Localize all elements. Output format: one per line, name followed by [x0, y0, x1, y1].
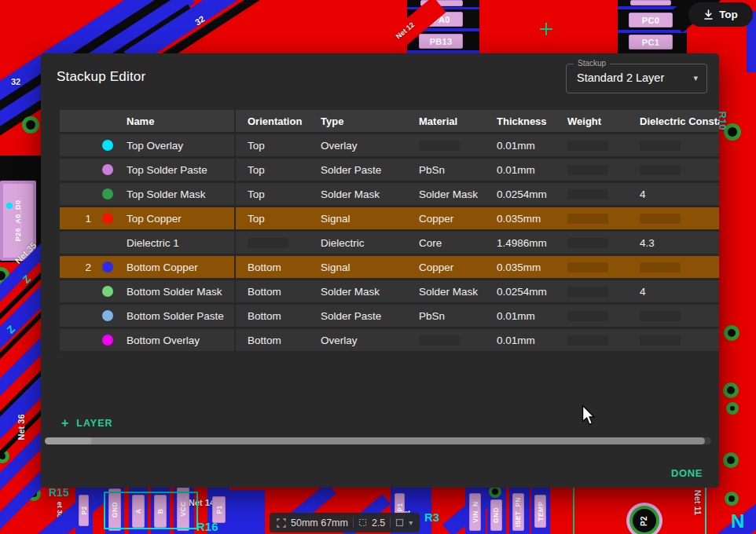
pad-vin[interactable]: VIN_N	[469, 493, 481, 531]
cell-orientation	[236, 232, 321, 254]
table-row[interactable]: Dielectric 1 Dielectric Core 1.4986mm 4.…	[60, 232, 719, 256]
table-row[interactable]: Top Solder Paste Top Solder Paste PbSn 0…	[60, 159, 719, 183]
add-layer-button[interactable]: + LAYER	[61, 415, 113, 432]
plus-icon: +	[61, 417, 69, 430]
cell-orientation: Bottom	[236, 329, 321, 351]
cell-material: PbSn	[419, 305, 497, 327]
cell-dielectric-constant: 4	[640, 280, 719, 302]
cell-weight	[567, 183, 640, 205]
cell-orientation: Bottom	[236, 305, 321, 327]
scrollbar-thumb[interactable]	[45, 437, 705, 444]
pad-pc1[interactable]: PC1	[629, 35, 673, 49]
table-row[interactable]: Top Solder Mask Top Solder Mask Solder M…	[60, 183, 719, 207]
silkscreen-label: N	[731, 510, 744, 532]
layer-color-swatch[interactable]	[98, 134, 116, 156]
table-row[interactable]: Bottom Solder Paste Bottom Solder Paste …	[60, 305, 719, 329]
done-button[interactable]: DONE	[671, 467, 703, 479]
cell-type: Solder Paste	[321, 159, 419, 181]
col-thickness: Thickness	[497, 110, 567, 132]
table-row[interactable]: Top Overlay Top Overlay 0.01mm	[60, 134, 719, 159]
via[interactable]	[723, 382, 739, 398]
add-layer-label: LAYER	[76, 418, 112, 429]
cell-type: Signal	[321, 256, 419, 278]
table-row-selected[interactable]: 2 Bottom Copper Bottom Signal Copper 0.0…	[60, 256, 719, 280]
layer-color-swatch[interactable]	[98, 207, 116, 229]
layer-color-swatch[interactable]	[98, 159, 116, 181]
pad-p2[interactable]: P2	[79, 495, 89, 526]
layer-color-swatch[interactable]	[98, 256, 116, 278]
via[interactable]	[723, 452, 739, 468]
square-icon[interactable]	[395, 518, 404, 527]
chevron-down-icon[interactable]: ▾	[409, 518, 413, 527]
layer-color-swatch[interactable]	[98, 183, 116, 205]
frame-corners-icon	[277, 518, 286, 528]
cell-material: PbSn	[419, 159, 497, 181]
cell-type: Solder Paste	[321, 305, 419, 327]
cell-dielectric-constant	[640, 159, 719, 181]
layer-color-swatch[interactable]	[98, 329, 116, 351]
dashed-square-icon[interactable]	[358, 518, 367, 527]
layer-number	[60, 183, 98, 205]
layer-color-dot	[102, 310, 113, 321]
layer-number	[60, 159, 98, 181]
layer-number	[60, 134, 98, 156]
cell-dielectric-constant	[640, 134, 719, 156]
divider	[353, 518, 354, 528]
layer-name: Bottom Copper	[116, 256, 236, 278]
net-label: Net 11	[693, 490, 703, 515]
pad-pb13[interactable]: PB13	[419, 34, 463, 49]
stackup-select-label: Stackup	[574, 59, 610, 68]
pad-label: PB13	[430, 37, 453, 46]
pad-p1[interactable]: P1	[212, 496, 226, 523]
pad-gnd[interactable]: GND	[490, 499, 502, 531]
cell-orientation: Bottom	[236, 280, 321, 302]
layer-color-dot	[102, 164, 113, 175]
cell-orientation: Top	[236, 134, 321, 156]
cell-orientation: Top	[236, 207, 321, 229]
layer-number	[60, 232, 98, 254]
table-row[interactable]: Bottom Solder Mask Bottom Solder Mask So…	[60, 280, 719, 305]
layer-name: Bottom Overlay	[116, 329, 236, 351]
cell-material: Solder Mask	[419, 183, 497, 205]
pad-label: GND	[493, 507, 501, 523]
stackup-select-value: Standard 2 Layer	[577, 71, 664, 84]
cell-thickness: 0.01mm	[497, 329, 567, 351]
layer-color-dot	[102, 140, 113, 151]
layer-color-swatch[interactable]	[98, 305, 116, 327]
stackup-select[interactable]: Stackup Standard 2 Layer ▾	[566, 64, 707, 93]
pad-iset[interactable]: ISET_PN	[512, 493, 524, 531]
table-row[interactable]: Bottom Overlay Bottom Overlay 0.01mm	[60, 329, 719, 353]
via[interactable]	[726, 402, 739, 415]
layer-number	[60, 329, 98, 351]
cell-dielectric-constant	[640, 329, 719, 351]
junction-dot	[6, 203, 13, 209]
layer-name: Top Solder Mask	[116, 183, 236, 205]
pad-label: P26_A0_D0	[14, 200, 22, 242]
layer-name: Top Overlay	[116, 134, 236, 156]
col-material: Material	[419, 110, 497, 132]
table-row-selected[interactable]: 1 Top Copper Top Signal Copper 0.035mm	[60, 207, 719, 232]
cell-type: Dielectric	[321, 232, 419, 254]
pad[interactable]	[630, 0, 671, 5]
layer-view-button[interactable]: Top	[688, 2, 753, 27]
layer-color-dot	[102, 262, 113, 272]
cell-thickness: 1.4986mm	[497, 232, 567, 254]
layer-color-swatch[interactable]	[98, 280, 116, 302]
pad-pc0[interactable]: PC0	[629, 13, 673, 27]
origin-crosshair-icon	[545, 23, 547, 35]
via[interactable]	[724, 325, 739, 341]
pad-temp[interactable]: TEMP	[534, 495, 546, 528]
pad-label: PC0	[642, 16, 659, 25]
pad-label: P1	[396, 503, 404, 511]
via[interactable]	[22, 116, 39, 134]
cell-thickness: 0.035mm	[497, 207, 567, 229]
cell-thickness: 0.0254mm	[497, 183, 567, 205]
cell-orientation: Top	[236, 183, 321, 205]
via[interactable]	[725, 492, 739, 506]
layer-color-swatch[interactable]	[98, 232, 116, 254]
layer-number	[60, 305, 98, 327]
pad-p2-round[interactable]: P2	[626, 503, 662, 534]
col-dielectric-constant: Dielectric Constant	[640, 110, 719, 132]
layer-number: 2	[60, 256, 98, 278]
cell-dielectric-constant	[640, 256, 719, 278]
